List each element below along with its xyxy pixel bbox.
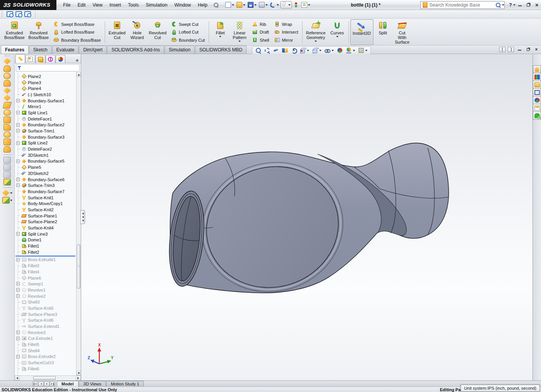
ribbon-hole-wizard-button[interactable]: HoleWizard <box>128 19 147 45</box>
boundary-surface-button[interactable] <box>3 87 11 94</box>
save-button[interactable] <box>247 2 257 8</box>
reference-geometry-button[interactable] <box>2 190 12 196</box>
tree-item-split-line3[interactable]: +Split Line3 <box>15 231 76 237</box>
tree-item-surface-plane2[interactable]: Surface-Plane2 <box>15 219 76 225</box>
manager-tab-displaymanager[interactable] <box>56 55 65 63</box>
edit-appearance-button[interactable] <box>337 48 343 53</box>
custom-properties-button[interactable] <box>533 104 541 112</box>
tree-item-dome1[interactable]: Dome1 <box>15 237 76 243</box>
expand-toggle[interactable]: + <box>16 258 20 261</box>
tree-item-shell3[interactable]: Shell3 <box>15 299 76 305</box>
scroll-left-button[interactable] <box>15 376 20 380</box>
rotate-view-button[interactable] <box>291 48 297 53</box>
tree-item-fillet4[interactable]: Fillet4 <box>15 269 76 275</box>
thicken-button[interactable] <box>3 179 11 185</box>
ribbon-shell-button[interactable]: Shell <box>250 36 270 44</box>
ribbon-intersect-button[interactable]: Intersect <box>273 29 299 36</box>
open-button[interactable] <box>236 2 246 8</box>
expand-toggle[interactable]: + <box>16 141 20 145</box>
magnified-selection-button[interactable] <box>273 48 279 53</box>
tab-nav-previous-button[interactable] <box>38 382 44 386</box>
manager-tab-propertymanager[interactable] <box>26 55 35 63</box>
solidworks-forum-button[interactable] <box>533 112 541 120</box>
swept-surface-button[interactable] <box>3 73 11 79</box>
dropdown-caret-icon[interactable] <box>365 50 367 51</box>
tree-item-3dsketch2[interactable]: 3DSketch2 <box>15 170 76 176</box>
ruled-surface-button[interactable] <box>3 124 11 131</box>
tree-item-sweep1[interactable]: +Sweep1 <box>15 281 76 287</box>
tree-item-fillet3[interactable]: Fillet3 <box>15 263 76 269</box>
display-style-button[interactable] <box>312 48 322 53</box>
expand-toggle[interactable]: + <box>16 355 20 358</box>
print-caret-icon[interactable] <box>265 4 268 6</box>
tree-item-deleteface1[interactable]: DeleteFace1 <box>15 116 76 122</box>
pane-left-icon[interactable] <box>499 47 505 52</box>
search-icon[interactable] <box>495 2 501 8</box>
rebuild-icon[interactable] <box>15 11 22 17</box>
revolved-surface-button[interactable] <box>3 65 11 72</box>
ribbon-reference-geometry-button[interactable]: ReferenceGeometry <box>304 19 328 45</box>
extend-surface-button[interactable] <box>3 157 11 163</box>
tree-item-surface-knit6[interactable]: Surface-Knit6 <box>15 317 76 324</box>
expand-toggle[interactable]: + <box>16 337 20 340</box>
menu-window[interactable]: Window <box>171 0 194 10</box>
doc-restore-button[interactable] <box>525 47 531 52</box>
freeform-button[interactable] <box>3 109 11 116</box>
ribbon-wrap-button[interactable]: Wrap <box>273 20 299 28</box>
expand-toggle[interactable]: + <box>16 160 20 163</box>
tree-item-surface-knit1[interactable]: Surface-Knit1 <box>15 195 76 201</box>
tree-item-revolve2[interactable]: +Revolve2 <box>15 293 76 299</box>
manager-tabs-chevron[interactable]: » <box>74 58 80 63</box>
options-button[interactable] <box>301 2 311 8</box>
expand-toggle[interactable]: + <box>16 123 20 127</box>
tab-sketch[interactable]: Sketch <box>29 46 52 54</box>
ribbon-revolved-boss-base-button[interactable]: RevolvedBoss/Base <box>27 19 51 45</box>
menu-file[interactable]: File <box>60 0 74 10</box>
tree-item-revolve3[interactable]: +Revolve3 <box>15 329 76 336</box>
ribbon-cut-with-surface-button[interactable]: CutWithSurface <box>393 19 412 45</box>
knit-surface-button[interactable] <box>3 146 11 153</box>
design-library-button[interactable] <box>533 73 541 81</box>
ribbon-lofted-boss-base-button[interactable]: Lofted Boss/Base <box>52 29 102 36</box>
tree-item-body-move-copy1[interactable]: Body-Move/Copy1 <box>15 200 76 207</box>
zoom-fit-button[interactable] <box>255 48 261 53</box>
untrim-surface-button[interactable] <box>3 171 11 178</box>
save-caret-icon[interactable] <box>254 4 257 6</box>
scroll-thumb[interactable] <box>33 376 56 380</box>
tree-item-mirror1[interactable]: Mirror1 <box>15 104 76 110</box>
doc-tab-model[interactable]: Model <box>57 381 78 387</box>
view-orientation-button[interactable] <box>300 48 309 53</box>
open-folder-icon[interactable] <box>24 11 31 17</box>
tree-item-split-line2[interactable]: +Split Line2 <box>15 140 76 146</box>
dropdown-caret-icon[interactable] <box>10 192 12 194</box>
lofted-surface-button[interactable] <box>3 80 11 87</box>
select-button[interactable] <box>281 1 292 8</box>
help-button[interactable]: ? <box>508 2 513 8</box>
new-document-button[interactable] <box>225 2 235 8</box>
doc-tab-motion-study-1[interactable]: Motion Study 1 <box>106 381 144 387</box>
appearances-scenes-button[interactable] <box>533 96 541 104</box>
bottle-model[interactable] <box>81 54 532 380</box>
tree-item-boundary-surface1[interactable]: +Boundary-Surface1 <box>15 98 76 104</box>
planar-surface-button[interactable] <box>3 102 11 109</box>
file-explorer-button[interactable] <box>533 81 541 89</box>
expand-toggle[interactable]: + <box>16 111 20 114</box>
open-caret-icon[interactable] <box>243 4 245 6</box>
tree-item-fillet2[interactable]: Fillet2 <box>15 249 76 255</box>
options-caret-icon[interactable] <box>308 4 310 6</box>
tree-item-surface-trim3[interactable]: +Surface-Trim3 <box>15 182 76 188</box>
section-view-button[interactable] <box>282 48 288 53</box>
menu-tools[interactable]: Tools <box>124 0 142 10</box>
tree-item-surface-plane1[interactable]: Surface-Plane1 <box>15 213 76 219</box>
tree-item-boundary-surface5[interactable]: +Boundary-Surface5 <box>15 158 76 165</box>
menu-simulation[interactable]: Simulation <box>142 0 171 10</box>
new-document-caret-icon[interactable] <box>232 4 234 6</box>
dropdown-caret-icon[interactable] <box>319 50 322 51</box>
tab-features[interactable]: Features <box>1 45 29 54</box>
tab-nav-next-button[interactable] <box>44 382 49 386</box>
pane-right-icon[interactable] <box>508 47 514 52</box>
knowledge-base-search[interactable] <box>420 1 505 9</box>
offset-surface-button[interactable] <box>3 117 11 123</box>
expand-toggle[interactable]: + <box>16 99 20 102</box>
manager-tab-configurationmanager[interactable] <box>36 55 45 63</box>
